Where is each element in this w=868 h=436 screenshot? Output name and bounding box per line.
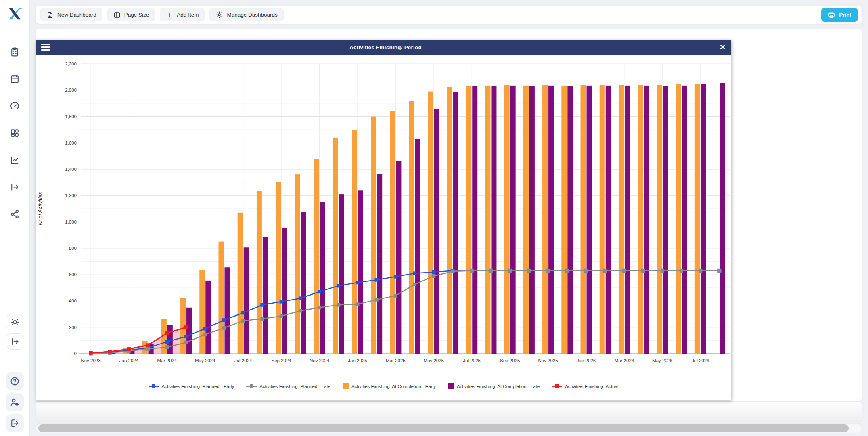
sidebar-item-export[interactable] xyxy=(7,179,23,195)
hamburger-icon xyxy=(41,44,50,45)
svg-text:2,200: 2,200 xyxy=(65,61,77,66)
svg-text:2,000: 2,000 xyxy=(65,88,77,92)
new-dashboard-button[interactable]: New Dashboard xyxy=(40,8,102,21)
legend-label: Activities Finishing: Planned - Late xyxy=(259,384,330,389)
sidebar-item-dashboards[interactable] xyxy=(7,125,23,141)
page-size-button[interactable]: Page Size xyxy=(107,8,155,21)
svg-text:Sep 2025: Sep 2025 xyxy=(500,358,520,363)
add-item-icon xyxy=(166,11,173,19)
page-size-icon xyxy=(113,11,121,19)
legend-item[interactable]: Activities Finishing: Actual xyxy=(552,384,618,389)
new-dashboard-label: New Dashboard xyxy=(57,12,96,18)
horizontal-scrollbar[interactable] xyxy=(36,423,862,433)
print-button[interactable]: Print xyxy=(821,8,858,22)
svg-text:Nov 2025: Nov 2025 xyxy=(538,358,558,363)
legend-label: Activities Finishing: At Completion - Ea… xyxy=(351,384,436,389)
legend-item[interactable]: Activities Finishing: At Completion - La… xyxy=(448,383,540,389)
user-settings-button[interactable] xyxy=(6,393,24,411)
widget-title: Activities Finishing/ Period xyxy=(52,44,719,50)
sidebar-item-share[interactable] xyxy=(7,206,23,222)
add-item-label: Add Item xyxy=(177,12,199,18)
manage-dashboards-icon xyxy=(215,11,223,19)
bottom-strip xyxy=(36,402,862,421)
sidebar-item-reports[interactable] xyxy=(7,152,23,168)
svg-text:1,400: 1,400 xyxy=(65,167,77,172)
widget-menu-button[interactable] xyxy=(41,43,52,52)
help-icon xyxy=(10,376,20,386)
chart-widget-header: Activities Finishing/ Period ✕ xyxy=(36,40,731,55)
widget-close-button[interactable]: ✕ xyxy=(719,44,726,51)
print-label: Print xyxy=(839,12,851,18)
sidebar-item-tasks[interactable] xyxy=(7,44,23,60)
print-icon xyxy=(828,11,835,19)
svg-text:1,800: 1,800 xyxy=(65,114,77,119)
legend-item[interactable]: Activities Finishing: At Completion - Ea… xyxy=(343,383,436,389)
svg-text:Mar 2024: Mar 2024 xyxy=(157,358,177,363)
svg-text:May 2026: May 2026 xyxy=(652,358,673,363)
collapse-sidebar-button[interactable] xyxy=(7,333,23,350)
chart-widget: Activities Finishing/ Period ✕ 020040060… xyxy=(36,40,731,400)
toolbar: New Dashboard Page Size Add Item Man xyxy=(36,6,862,24)
logo-x-icon xyxy=(7,6,23,21)
svg-text:Jul 2025: Jul 2025 xyxy=(463,358,481,363)
share-icon xyxy=(10,209,20,219)
svg-text:1,600: 1,600 xyxy=(65,140,77,145)
svg-text:Mar 2026: Mar 2026 xyxy=(615,358,634,363)
legend-item[interactable]: Activities Finishing: Planned - Late xyxy=(246,384,330,389)
logout-button[interactable] xyxy=(6,414,24,432)
sidebar-bottom-group xyxy=(6,314,24,432)
svg-text:Nov 2024: Nov 2024 xyxy=(310,358,330,363)
svg-text:Mar 2025: Mar 2025 xyxy=(386,358,406,363)
svg-text:1,000: 1,000 xyxy=(65,220,77,224)
scrollbar-thumb[interactable] xyxy=(38,424,849,432)
svg-text:800: 800 xyxy=(69,246,77,251)
calendar-icon xyxy=(10,74,20,84)
user-settings-icon xyxy=(10,397,20,407)
svg-text:Nr of Activities: Nr of Activities xyxy=(37,192,43,225)
manage-dashboards-button[interactable]: Manage Dashboards xyxy=(209,8,283,21)
legend-label: Activities Finishing: Planned - Early xyxy=(162,384,234,389)
new-dashboard-icon xyxy=(46,11,54,19)
export-icon xyxy=(10,182,20,192)
collapse-arrow-icon xyxy=(10,337,20,346)
add-item-button[interactable]: Add Item xyxy=(160,8,205,21)
sidebar-nav xyxy=(7,44,23,222)
legend-swatch-icon xyxy=(448,383,454,389)
svg-text:1,200: 1,200 xyxy=(65,193,77,198)
clipboard-icon xyxy=(10,47,20,57)
manage-dashboards-label: Manage Dashboards xyxy=(227,12,277,18)
svg-text:400: 400 xyxy=(69,298,77,303)
svg-text:May 2024: May 2024 xyxy=(195,358,215,363)
svg-text:Sep 2024: Sep 2024 xyxy=(271,358,291,363)
help-button[interactable] xyxy=(6,372,24,390)
legend-line-marker-icon xyxy=(552,384,562,388)
main-area: New Dashboard Page Size Add Item Man xyxy=(30,0,868,436)
legend-line-marker-icon xyxy=(246,384,257,388)
svg-text:0: 0 xyxy=(74,351,77,356)
svg-text:600: 600 xyxy=(69,272,77,277)
legend-line-marker-icon xyxy=(149,384,159,388)
app-logo[interactable] xyxy=(7,6,23,22)
legend-label: Activities Finishing: Actual xyxy=(565,384,618,389)
page-size-label: Page Size xyxy=(124,12,149,18)
svg-text:Jul 2024: Jul 2024 xyxy=(234,358,252,363)
chart-legend: Activities Finishing: Planned - EarlyAct… xyxy=(36,383,731,389)
svg-text:Jan 2025: Jan 2025 xyxy=(348,358,367,363)
theme-toggle-button[interactable] xyxy=(7,314,23,330)
activities-finishing-chart: 02004006008001,0001,2001,4001,6001,8002,… xyxy=(36,55,731,400)
dashboard-canvas: Activities Finishing/ Period ✕ 020040060… xyxy=(36,29,862,401)
legend-label: Activities Finishing: At Completion - La… xyxy=(457,384,540,389)
line-chart-icon xyxy=(10,155,20,165)
sidebar-item-performance[interactable] xyxy=(7,98,23,114)
dashboard-grid-icon xyxy=(10,128,20,138)
svg-text:200: 200 xyxy=(69,325,77,330)
svg-text:Jan 2026: Jan 2026 xyxy=(577,358,596,363)
sidebar-item-calendar[interactable] xyxy=(7,71,23,87)
chart-widget-body: 02004006008001,0001,2001,4001,6001,8002,… xyxy=(36,55,731,400)
logout-icon xyxy=(10,418,20,428)
sidebar xyxy=(0,0,30,436)
gauge-icon xyxy=(10,101,20,111)
svg-text:May 2025: May 2025 xyxy=(424,358,444,363)
legend-item[interactable]: Activities Finishing: Planned - Early xyxy=(149,384,234,389)
svg-text:Nov 2023: Nov 2023 xyxy=(81,358,100,363)
